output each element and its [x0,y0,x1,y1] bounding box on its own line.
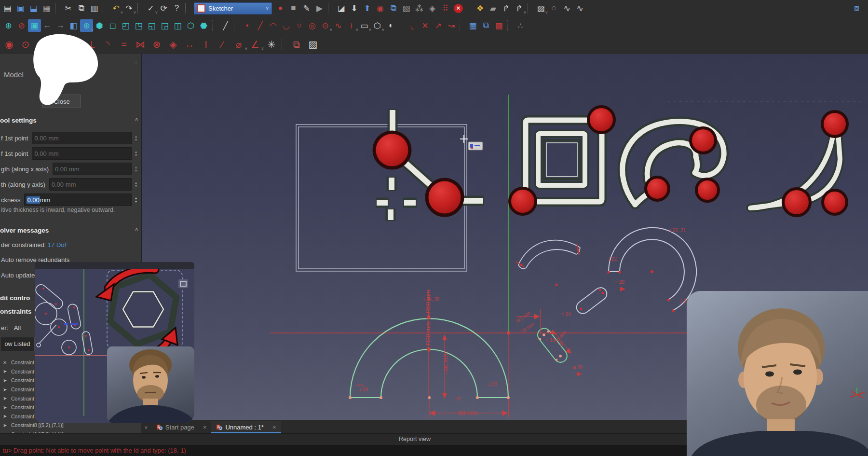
show-listed-button[interactable]: ow Listed [0,337,35,351]
close-tab-icon[interactable]: × [272,424,276,431]
value-input[interactable]: 0.00 mm [32,132,132,144]
create-circle-icon[interactable]: ○ [293,19,306,32]
cut-icon[interactable]: ✂ [62,2,75,14]
dock-handle-icon[interactable]: ∷ [134,60,138,66]
refresh-icon[interactable]: ⟳ [157,2,170,14]
whatsthis-icon[interactable]: ? [170,2,183,14]
chevron-down-icon[interactable]: ˅ [266,6,269,11]
validate-sketch-icon[interactable]: ◉ [374,2,387,14]
constraint-distance-icon[interactable]: ∕ [214,38,231,51]
spinner[interactable]: ▴▾ [133,196,139,203]
constraint-angle-icon[interactable]: ∠ [247,38,263,51]
constraint-lock-icon[interactable]: ◈ [165,38,181,51]
fillet-icon[interactable]: ◟ [406,19,419,32]
constraint-equal-icon[interactable]: = [116,38,132,51]
carbon-copy-icon[interactable]: ⧉ [479,19,492,32]
dim-label[interactable]: -40 mm [442,352,449,373]
stop-operation-icon[interactable]: ✕ [452,2,465,14]
dim-label[interactable]: 5 [560,342,563,347]
paste-icon[interactable]: ▥ [88,2,101,14]
hatch-toggle-icon[interactable]: ▨ [534,2,547,14]
save-icon[interactable]: ⬓ [27,2,40,14]
sketch-arc-slot[interactable] [518,240,580,269]
spinner[interactable]: ▴▾ [133,166,139,172]
spinner[interactable]: ▴▾ [133,135,139,141]
create-circle-3pt-icon[interactable]: ◎ [306,19,319,32]
spinner[interactable]: ▴▾ [133,150,139,157]
sketch-straight-slot[interactable] [574,285,609,316]
sketch-c-ring[interactable] [609,228,696,310]
mini-constraint-icon[interactable]: ∴ [514,19,527,32]
folder-icon[interactable]: ▰ [487,2,500,14]
create-polyline-icon[interactable]: ∿ [332,19,345,32]
constraint-block-icon[interactable]: ⊗ [149,38,165,51]
create-point-icon[interactable]: • [241,19,254,32]
validate-icon[interactable]: ✓ [144,2,157,14]
trim-icon[interactable]: ✕ [419,19,432,32]
extrude-icon[interactable]: ▦ [466,19,479,32]
dim-label[interactable]: -50 mm [456,409,477,416]
toggle-driving-icon[interactable]: ⧉ [288,38,305,51]
create-slot-icon[interactable]: ◖ [384,19,397,32]
part-icon[interactable]: ❖ [474,2,487,14]
clip-plane-icon[interactable]: ⊘ [15,19,28,32]
constraint-hdistance-icon[interactable]: ↔ [181,38,198,51]
redo-icon[interactable]: ↷ [122,2,136,14]
dim-label[interactable]: R30 mm [424,321,432,345]
create-polygon-icon[interactable]: ⬡ [371,19,384,32]
auto-update[interactable]: Auto update [1,272,35,279]
create-arc-3pt-icon[interactable]: ◡ [280,19,293,32]
view-left-icon[interactable]: ◫ [171,19,184,32]
view-front-icon[interactable]: ◻ [106,19,119,32]
sketch-scatter-icon[interactable]: ⁂ [413,2,426,14]
constraint-coincident-icon[interactable]: ◉ [1,38,17,51]
chevron-down-icon[interactable]: ˅ [145,425,148,430]
tab-model[interactable]: Model [4,70,24,79]
section-solver-messages[interactable]: olver messages ˄ [0,227,138,234]
zoom-in-icon[interactable]: ⊕ [2,19,15,32]
curve-decrease-icon[interactable]: ∿ [573,2,586,14]
macro-record-icon[interactable]: ● [274,2,287,14]
pip-nav-cube-icon[interactable] [178,279,188,288]
constraint-symmetric-icon[interactable]: ⋈ [132,38,149,51]
constraint-row[interactable]: ➤ Constraint9 [(7,2),(4,1)] [0,430,141,433]
macro-edit-icon[interactable]: ✎ [300,2,313,14]
close-tab-icon[interactable]: × [203,424,207,431]
sketch-view-section-icon[interactable]: ▧ [400,2,413,14]
constraint-diameter-icon[interactable]: ⌀ [231,38,247,51]
spinner[interactable]: ▴▾ [133,181,139,188]
workbench-selector[interactable]: Sketcher ˅ [194,2,272,14]
create-sketch-icon[interactable]: ◪ [335,2,348,14]
external-link-alt-icon[interactable]: ↱ [513,2,526,14]
new-file-icon[interactable]: ▤ [1,2,14,14]
create-ellipse-icon[interactable]: ⊙ [319,19,332,32]
collapse-icon[interactable]: ˄ [135,227,138,234]
open-file-icon[interactable]: ▣ [14,2,27,14]
create-rectangle-icon[interactable]: ▭ [358,19,371,32]
toggle-reference-icon[interactable]: ✳ [263,38,280,51]
dim-label[interactable]: 0° [457,396,461,401]
measure-icon[interactable]: ╱ [219,19,232,32]
value-input[interactable]: 0.00 mm [53,163,132,175]
create-line-icon[interactable]: ╱ [254,19,267,32]
dimensions[interactable] [357,290,508,418]
macro-play-icon[interactable]: ▶ [313,2,326,14]
create-bspline-icon[interactable]: ≀ [345,19,358,32]
macro-stop-icon[interactable]: ■ [287,2,300,14]
section-tool-settings[interactable]: ool settings ˄ [0,117,138,124]
merge-sketches-icon[interactable]: ⧉ [387,2,400,14]
extend-icon[interactable]: ↗ [432,19,445,32]
snap-circle-icon[interactable]: ◌ [547,2,560,14]
export-sketch-icon[interactable]: ⬆ [361,2,374,14]
filter-dropdown[interactable]: All [14,324,21,332]
view-rear-icon[interactable]: ◱ [145,19,158,32]
external-link-icon[interactable]: ↱ [500,2,513,14]
toggle-construction-icon[interactable]: ▨ [305,38,321,51]
value-input[interactable]: 0.00 mm [32,147,132,160]
thickness-input[interactable]: 0.00 mm [24,193,132,206]
print-icon[interactable]: ▦ [40,2,53,14]
attach-sketch-icon[interactable]: ⬇ [348,2,361,14]
collapse-icon[interactable]: ˄ [135,117,138,124]
sketch-grid-icon[interactable]: ⠿ [439,2,452,14]
sketch-points-red[interactable] [520,249,675,312]
